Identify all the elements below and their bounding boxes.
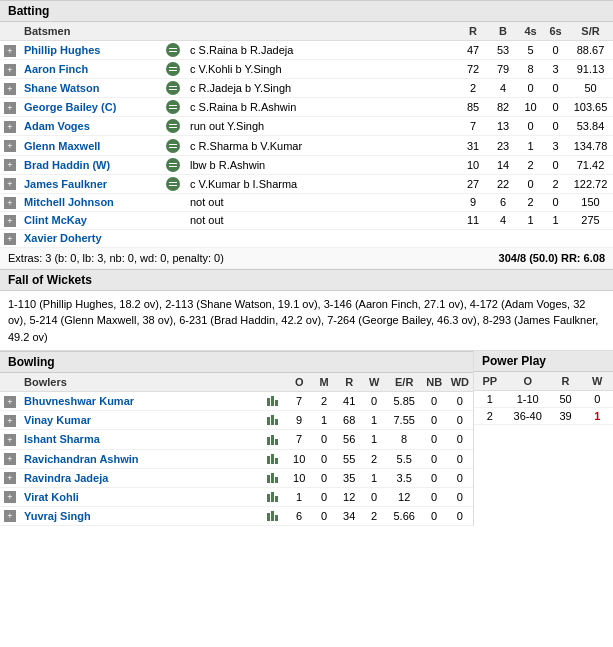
r-bowl-col-header: R [337,373,362,392]
ball-icon [166,100,180,114]
add-btn-cell[interactable]: + [0,41,20,60]
wides: 0 [447,449,473,468]
economy: 12 [387,487,422,506]
bowling-row: + Ishant Sharma 7 0 56 1 8 0 0 [0,430,473,449]
wickets: 2 [362,506,387,525]
overs: 10 [287,449,312,468]
expand-icon[interactable]: + [4,453,16,465]
batting-row: + Glenn Maxwell c R.Sharma b V.Kumar 31 … [0,136,613,155]
expand-icon[interactable]: + [4,233,16,245]
sixes: 1 [543,211,568,229]
add-btn-cell[interactable]: + [0,506,20,525]
wides: 0 [447,430,473,449]
add-btn-cell[interactable]: + [0,487,20,506]
add-btn-cell[interactable]: + [0,174,20,193]
batting-header: Batting [0,0,613,22]
noballs: 0 [422,411,447,430]
expand-icon[interactable]: + [4,415,16,427]
bar-cell [261,449,287,468]
batting-row: + Xavier Doherty [0,229,613,247]
expand-icon[interactable]: + [4,396,16,408]
add-btn-cell[interactable]: + [0,229,20,247]
r-col-header: R [458,22,488,41]
maidens: 0 [312,487,337,506]
add-btn-cell[interactable]: + [0,79,20,98]
maidens: 0 [312,449,337,468]
sixes: 0 [543,41,568,60]
expand-icon[interactable]: + [4,102,16,114]
expand-icon[interactable]: + [4,159,16,171]
add-btn-cell[interactable]: + [0,468,20,487]
expand-icon[interactable]: + [4,215,16,227]
batting-row: + James Faulkner c V.Kumar b I.Sharma 27… [0,174,613,193]
add-btn-cell[interactable]: + [0,430,20,449]
ball-icon [166,62,180,76]
pp-w-col-header: W [581,372,613,391]
powerplay-section: Power Play PP O R W 1 1-10 50 0 2 36-40 … [473,351,613,526]
powerplay-table: PP O R W 1 1-10 50 0 2 36-40 39 1 [474,372,613,425]
w-col-header: W [362,373,387,392]
pp-wickets: 1 [581,408,613,425]
expand-icon[interactable]: + [4,178,16,190]
expand-icon[interactable]: + [4,140,16,152]
expand-icon[interactable]: + [4,45,16,57]
bowler-name: Ravindra Jadeja [20,468,261,487]
balls: 82 [488,98,518,117]
add-btn-cell[interactable]: + [0,60,20,79]
runs: 10 [458,155,488,174]
add-btn-cell[interactable]: + [0,117,20,136]
batting-row: + Brad Haddin (W) lbw b R.Ashwin 10 14 2… [0,155,613,174]
batting-row: + Shane Watson c R.Jadeja b Y.Singh 2 4 … [0,79,613,98]
ball-icon [166,139,180,153]
strike-rate: 91.13 [568,60,613,79]
bar-chart-icon [267,433,281,447]
powerplay-row: 2 36-40 39 1 [474,408,613,425]
pp-num: 2 [474,408,506,425]
overs: 1 [287,487,312,506]
4s-col-header: 4s [518,22,543,41]
sixes: 3 [543,136,568,155]
batting-row: + George Bailey (C) c S.Raina b R.Ashwin… [0,98,613,117]
add-btn-cell[interactable]: + [0,193,20,211]
add-btn-cell[interactable]: + [0,155,20,174]
expand-icon[interactable]: + [4,121,16,133]
sixes: 0 [543,155,568,174]
batting-row: + Adam Voges run out Y.Singh 7 13 0 0 53… [0,117,613,136]
expand-icon[interactable]: + [4,197,16,209]
noballs: 0 [422,430,447,449]
batting-row: + Mitchell Johnson not out 9 6 2 0 150 [0,193,613,211]
batsman-name: Xavier Doherty [20,229,160,247]
expand-icon[interactable]: + [4,64,16,76]
ball-cell [160,136,186,155]
bar-cell [261,468,287,487]
expand-icon[interactable]: + [4,491,16,503]
runs-given: 56 [337,430,362,449]
add-btn-cell[interactable]: + [0,449,20,468]
dismissal [186,229,458,247]
runs: 2 [458,79,488,98]
6s-col-header: 6s [543,22,568,41]
balls: 22 [488,174,518,193]
bar-chart-icon [267,471,281,485]
dismissal: lbw b R.Ashwin [186,155,458,174]
bar-cell [261,506,287,525]
batsman-name: Shane Watson [20,79,160,98]
expand-icon[interactable]: + [4,434,16,446]
strike-rate: 50 [568,79,613,98]
expand-icon[interactable]: + [4,472,16,484]
ball-cell [160,193,186,211]
add-btn-cell[interactable]: + [0,392,20,411]
add-btn-cell[interactable]: + [0,411,20,430]
batsman-name: Phillip Hughes [20,41,160,60]
bowler-name: Bhuvneshwar Kumar [20,392,261,411]
strike-rate [568,229,613,247]
add-btn-cell[interactable]: + [0,211,20,229]
expand-icon[interactable]: + [4,510,16,522]
batsmen-col-header: Batsmen [20,22,160,41]
dismissal: c S.Raina b R.Ashwin [186,98,458,117]
add-btn-cell[interactable]: + [0,98,20,117]
wickets: 1 [362,411,387,430]
expand-icon[interactable]: + [4,83,16,95]
add-btn-cell[interactable]: + [0,136,20,155]
bowler-name: Virat Kohli [20,487,261,506]
